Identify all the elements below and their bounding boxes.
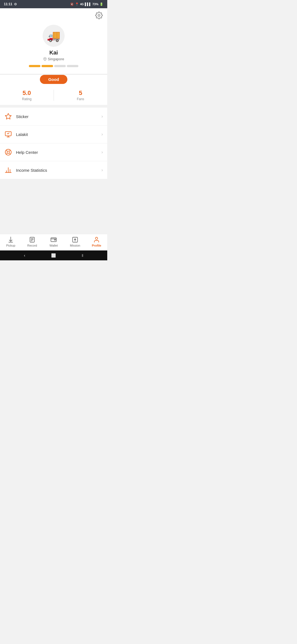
status-bar: 11:11 ⊙ 🔇 📍 4G ▌▌▌ 73% 🔋 bbox=[0, 0, 107, 8]
sticker-chevron: › bbox=[101, 114, 103, 119]
nav-item-pickup[interactable]: Pickup bbox=[2, 236, 19, 247]
rating-label: Rating bbox=[22, 97, 32, 101]
fans-stat: 5 Fans bbox=[54, 89, 108, 101]
nav-label-wallet: Wallet bbox=[50, 244, 58, 247]
income-statistics-label: Income Statistics bbox=[16, 168, 98, 173]
sticker-label: Sticker bbox=[16, 114, 98, 119]
lalakit-chevron: › bbox=[101, 132, 103, 137]
fans-value: 5 bbox=[79, 89, 82, 97]
mute-icon: 🔇 bbox=[70, 2, 74, 6]
svg-line-9 bbox=[10, 154, 10, 154]
menu-list: Sticker › Lalakit › Help C bbox=[0, 108, 107, 179]
svg-point-1 bbox=[45, 58, 45, 59]
status-time: 11:11 bbox=[4, 2, 12, 6]
empty-area bbox=[0, 179, 107, 234]
section-gap bbox=[0, 105, 107, 108]
wallet-icon bbox=[50, 236, 57, 243]
nav-item-profile[interactable]: Profile bbox=[88, 236, 105, 247]
user-name: Kai bbox=[49, 50, 58, 56]
progress-seg-4 bbox=[67, 65, 78, 67]
sticker-icon bbox=[4, 113, 12, 120]
help-center-label: Help Center bbox=[16, 150, 98, 155]
avatar: 🚚 bbox=[43, 25, 65, 47]
svg-line-10 bbox=[6, 154, 7, 154]
profile-section: 🚚 Kai Singapore bbox=[0, 23, 107, 74]
svg-marker-2 bbox=[5, 113, 11, 119]
nav-item-record[interactable]: Record bbox=[24, 236, 40, 247]
income-statistics-icon bbox=[4, 166, 12, 174]
location-pin-icon bbox=[43, 57, 47, 61]
user-location: Singapore bbox=[43, 57, 64, 61]
android-back-button[interactable]: ‹ bbox=[24, 253, 25, 258]
status-right: 🔇 📍 4G ▌▌▌ 73% 🔋 bbox=[70, 2, 103, 6]
svg-point-7 bbox=[7, 151, 10, 154]
android-nav-bar: ‹ ⬜ ⫴ bbox=[0, 250, 107, 260]
svg-line-11 bbox=[10, 150, 10, 151]
good-badge: Good bbox=[40, 75, 67, 84]
avatar-image: 🚚 bbox=[47, 29, 61, 42]
income-statistics-chevron: › bbox=[101, 168, 103, 173]
menu-item-lalakit[interactable]: Lalakit › bbox=[0, 125, 107, 143]
status-left: 11:11 ⊙ bbox=[4, 2, 17, 6]
nav-label-profile: Profile bbox=[92, 244, 101, 247]
location-text: Singapore bbox=[48, 57, 64, 61]
android-recent-button[interactable]: ⫴ bbox=[82, 253, 83, 258]
network-4g: 4G bbox=[80, 3, 84, 6]
menu-item-sticker[interactable]: Sticker › bbox=[0, 108, 107, 125]
progress-seg-3 bbox=[54, 65, 66, 67]
rating-stat: 5.0 Rating bbox=[0, 89, 54, 101]
progress-seg-2 bbox=[42, 65, 53, 67]
page-header bbox=[0, 8, 107, 23]
record-icon bbox=[29, 236, 35, 243]
progress-seg-1 bbox=[29, 65, 40, 67]
svg-point-0 bbox=[98, 15, 100, 17]
bottom-navigation: Pickup Record Wallet Mission bbox=[0, 234, 107, 250]
help-center-icon bbox=[4, 148, 12, 156]
battery-icon: 🔋 bbox=[100, 2, 103, 6]
menu-item-help-center[interactable]: Help Center › bbox=[0, 143, 107, 161]
nav-label-mission: Mission bbox=[70, 244, 80, 247]
driving-icon: ⊙ bbox=[14, 2, 17, 6]
menu-item-income-statistics[interactable]: Income Statistics › bbox=[0, 161, 107, 179]
pickup-icon bbox=[7, 236, 14, 243]
progress-bar bbox=[29, 65, 78, 67]
profile-icon bbox=[93, 236, 100, 243]
nav-label-pickup: Pickup bbox=[6, 244, 15, 247]
rating-value: 5.0 bbox=[23, 89, 31, 97]
nav-item-wallet[interactable]: Wallet bbox=[45, 236, 62, 247]
fans-label: Fans bbox=[77, 97, 84, 101]
android-home-button[interactable]: ⬜ bbox=[51, 253, 56, 258]
mission-icon bbox=[72, 236, 78, 243]
good-badge-wrapper: Good bbox=[0, 75, 107, 86]
stats-row: 5.0 Rating 5 Fans bbox=[0, 86, 107, 105]
location-icon: 📍 bbox=[75, 2, 79, 6]
nav-item-mission[interactable]: Mission bbox=[67, 236, 83, 247]
help-center-chevron: › bbox=[101, 150, 103, 155]
svg-line-8 bbox=[6, 150, 7, 151]
settings-button[interactable] bbox=[95, 12, 103, 20]
battery-text: 73% bbox=[92, 2, 98, 6]
svg-point-25 bbox=[95, 237, 98, 239]
lalakit-label: Lalakit bbox=[16, 132, 98, 137]
nav-label-record: Record bbox=[27, 244, 37, 247]
lalakit-icon bbox=[4, 130, 12, 138]
signal-icon: ▌▌▌ bbox=[85, 2, 91, 6]
